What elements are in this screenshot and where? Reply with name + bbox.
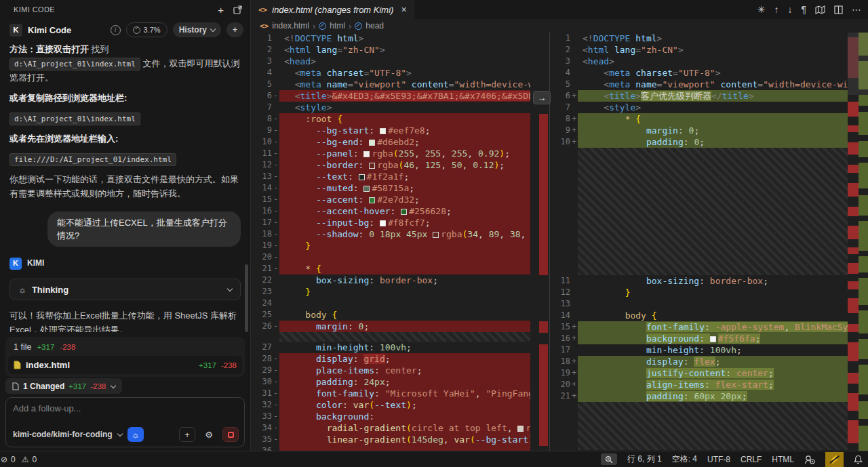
removed-count: -238 xyxy=(90,382,106,390)
files-count: 1 file xyxy=(14,342,31,352)
code-line: 35- linear-gradient(145deg, var(--bg-sta… xyxy=(252,434,530,445)
view-title: KIMI CODE xyxy=(14,5,208,14)
breadcrumb-file[interactable]: index.html xyxy=(272,21,309,31)
kimi-panel-header: K Kimi Code i 3.7% History + xyxy=(0,19,250,41)
assistant-paragraph: 或者复制路径到浏览器地址栏: xyxy=(9,91,241,105)
code-line: 17 min-height: 100vh; xyxy=(550,344,848,356)
code-line: 5 <meta name="viewport" content="width=d… xyxy=(252,79,530,90)
changed-file-row[interactable]: index.html +317 -238 xyxy=(8,356,242,374)
cursor-position[interactable]: 行 6, 列 1 xyxy=(627,453,662,465)
code-line: 1<!DOCTYPE html> xyxy=(550,33,848,44)
ruler-mark xyxy=(859,141,868,157)
assistant-header: K KIMI xyxy=(9,256,241,270)
changed-summary-button[interactable]: 1 Changed +317 -238 xyxy=(5,378,122,394)
removed-count: -238 xyxy=(221,361,237,369)
code-line: 24 xyxy=(252,298,530,309)
model-selector[interactable]: kimi-code/kimi-for-coding xyxy=(13,430,113,439)
code-line: 33- background: xyxy=(252,411,530,422)
code-line: 3<head> xyxy=(252,56,530,67)
language-mode[interactable]: HTML xyxy=(772,455,794,464)
diff-original-pane[interactable]: 1<!DOCTYPE html>2<html lang="zh-CN">3<he… xyxy=(252,33,530,451)
open-in-editor-icon[interactable] xyxy=(233,5,242,14)
accounts-icon[interactable] xyxy=(804,455,815,464)
ai-assistant-icon[interactable]: ✳ xyxy=(757,5,766,14)
diff-spacer xyxy=(550,402,848,450)
code-line: 31- font-family: "Microsoft YaHei", "Pin… xyxy=(252,388,530,399)
previous-change-icon[interactable]: ↑ xyxy=(774,5,778,14)
code-line: 15- --accent: #2e7d32; xyxy=(252,194,530,205)
breadcrumb-symbol[interactable]: html xyxy=(330,21,345,31)
problems-status[interactable]: ⊘ 0 ⚠ 0 xyxy=(1,455,37,464)
code-line: 8+ * { xyxy=(550,113,848,125)
ruler-mark xyxy=(848,263,859,274)
kimi-status-icon[interactable]: ⚡ xyxy=(825,452,844,467)
breadcrumb[interactable]: <> index.html › html › head xyxy=(252,19,868,33)
indentation[interactable]: 空格: 4 xyxy=(672,453,697,465)
assistant-paragraph: 方法：直接双击打开 找到 d:\AI_project_01\index.html… xyxy=(9,42,241,85)
chevron-down-icon xyxy=(117,431,122,436)
ruler-mark xyxy=(859,401,868,419)
minimap[interactable] xyxy=(848,33,859,451)
encoding[interactable]: UTF-8 xyxy=(707,455,730,464)
map-icon[interactable] xyxy=(815,5,825,14)
split-editor-icon[interactable] xyxy=(834,5,843,14)
ruler-mark xyxy=(859,339,868,359)
code-line: 36- xyxy=(252,445,530,451)
followup-composer[interactable]: Add a follow-up... kimi-code/kimi-for-co… xyxy=(5,397,245,447)
inline-code: file:///D:/AI_project_01/index.html xyxy=(9,153,176,166)
followup-input[interactable]: Add a follow-up... xyxy=(13,403,237,413)
thinking-collapsible[interactable]: ☼ Thinking xyxy=(9,279,241,300)
next-change-icon[interactable]: ↓ xyxy=(787,5,792,14)
thinking-toggle-button[interactable]: ☼ xyxy=(127,427,144,442)
usage-indicator[interactable]: 3.7% xyxy=(126,22,167,37)
whitespace-icon[interactable]: ¶ xyxy=(801,5,806,14)
code-line: 29- place-items: center; xyxy=(252,365,530,376)
code-line: 11 box-sizing: border-box; xyxy=(550,275,848,287)
stop-button[interactable] xyxy=(222,427,239,442)
diff-modified-pane[interactable]: 1<!DOCTYPE html>2<html lang="zh-CN">3<he… xyxy=(550,33,848,451)
code-line: 9+ margin: 0; xyxy=(550,125,848,136)
error-count: 0 xyxy=(11,455,16,464)
vscode-window: KIMI CODE + K Kimi Code i 3.7% History +… xyxy=(0,0,868,467)
changed-label: 1 Changed xyxy=(23,382,64,391)
minimap-slider[interactable] xyxy=(848,33,868,95)
warning-icon: ⚠ xyxy=(22,455,29,464)
code-line: 18+ display: flex; xyxy=(550,356,848,367)
eol-sequence[interactable]: CRLF xyxy=(741,455,762,464)
breadcrumb-separator: › xyxy=(349,21,351,31)
gauge-icon xyxy=(133,26,140,34)
close-icon[interactable]: × xyxy=(401,4,406,15)
diff-file-icon xyxy=(12,382,19,390)
history-button[interactable]: History xyxy=(173,22,221,37)
assistant-name: KIMI xyxy=(27,256,44,270)
notifications-bell-icon[interactable] xyxy=(854,455,863,464)
ruler-mark xyxy=(859,426,868,451)
diff-spacer xyxy=(252,332,530,342)
new-chat-icon[interactable]: + xyxy=(218,5,224,15)
added-count: +317 xyxy=(68,382,86,390)
breadcrumb-symbol[interactable]: head xyxy=(366,21,384,31)
symbol-icon xyxy=(319,22,326,30)
code-line: 20+ align-items: flex-start; xyxy=(550,379,848,390)
code-file-icon: <> xyxy=(260,22,269,31)
ruler-mark xyxy=(539,114,548,275)
file-icon xyxy=(14,361,21,369)
code-file-icon: <> xyxy=(258,5,267,14)
revert-change-arrow-button[interactable]: → xyxy=(533,91,551,104)
zoom-indicator[interactable] xyxy=(601,453,617,465)
more-actions-icon[interactable]: ⋯ xyxy=(852,5,861,14)
ruler-mark xyxy=(859,221,868,251)
attach-button[interactable]: + xyxy=(179,427,195,442)
settings-button[interactable]: ⚙ xyxy=(201,427,217,442)
chevron-down-icon xyxy=(227,286,233,291)
sidebar-scrollbar[interactable] xyxy=(245,264,248,332)
ruler-mark xyxy=(859,163,868,188)
ruler-mark xyxy=(859,310,868,333)
new-session-button[interactable]: + xyxy=(226,22,243,37)
code-line: 25 body { xyxy=(252,309,530,321)
tab-index-html[interactable]: <> index.html (changes from Kimi) × xyxy=(252,0,414,19)
info-icon[interactable]: i xyxy=(111,25,121,35)
error-icon: ⊘ xyxy=(1,455,7,464)
ruler-mark xyxy=(848,393,859,411)
code-line: 10+ padding: 0; xyxy=(550,136,848,148)
